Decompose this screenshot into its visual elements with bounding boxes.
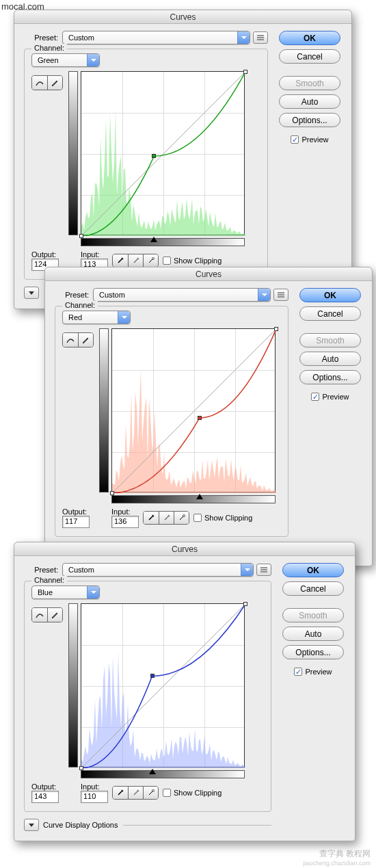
eyedropper-gray-icon[interactable]: [128, 787, 143, 799]
preview-checkbox[interactable]: Preview: [311, 393, 349, 401]
curves-dialog: Curves Preset: Custom Channel: Green: [14, 10, 352, 309]
disclosure-button[interactable]: [24, 819, 39, 831]
curve-point[interactable]: [150, 674, 155, 678]
options-button[interactable]: Options...: [282, 645, 344, 659]
eyedropper-black-icon[interactable]: [113, 254, 128, 267]
eyedropper-black-icon[interactable]: [113, 787, 128, 799]
preset-select[interactable]: Custom: [93, 288, 271, 302]
curve-tools[interactable]: [62, 332, 94, 347]
curve-tool-icon[interactable]: [63, 333, 78, 347]
ok-button[interactable]: OK: [279, 31, 340, 45]
input-marker-icon[interactable]: [149, 769, 156, 774]
smooth-button[interactable]: Smooth: [279, 76, 340, 90]
channel-fieldset: Channel: Blue Output: [24, 581, 271, 812]
curves-graph[interactable]: [81, 71, 245, 235]
auto-button[interactable]: Auto: [279, 94, 340, 109]
output-gradient: [68, 71, 78, 235]
checkbox-icon: [294, 668, 302, 676]
input-marker-icon[interactable]: [150, 237, 157, 242]
curve-tools[interactable]: [31, 607, 63, 622]
eyedropper-group: [143, 511, 189, 525]
watermark-main: 查字典 教程网: [319, 849, 371, 858]
pencil-tool-icon[interactable]: [47, 608, 62, 622]
dialog-title: Curves: [14, 542, 355, 556]
curves-graph[interactable]: [111, 328, 276, 492]
svg-point-4: [152, 258, 154, 260]
preset-options-icon[interactable]: [253, 31, 268, 44]
channel-select[interactable]: Blue: [31, 586, 100, 599]
chevron-down-icon: [87, 54, 99, 66]
divider: [123, 825, 271, 826]
eyedropper-white-icon[interactable]: [143, 254, 158, 267]
ok-button[interactable]: OK: [282, 563, 344, 577]
curve-tool-icon[interactable]: [32, 608, 47, 622]
preview-checkbox[interactable]: Preview: [291, 135, 328, 144]
input-gradient: [81, 770, 245, 778]
output-field[interactable]: 117: [62, 516, 90, 528]
preset-label: Preset:: [55, 291, 89, 299]
watermark-bottom: 查字典 教程网 jiaocheng.chazidian.com: [303, 848, 371, 867]
show-clipping-checkbox[interactable]: Show Clipping: [163, 257, 221, 265]
preset-select[interactable]: Custom: [62, 563, 254, 577]
curve-point[interactable]: [198, 416, 202, 420]
ok-button[interactable]: OK: [299, 288, 361, 302]
channel-label: Channel:: [31, 576, 67, 584]
show-clipping-label: Show Clipping: [174, 789, 221, 797]
preset-label: Preset:: [24, 34, 58, 42]
output-field[interactable]: 143: [31, 791, 59, 803]
preset-options-icon[interactable]: [256, 564, 271, 576]
show-clipping-checkbox[interactable]: Show Clipping: [163, 789, 221, 797]
cancel-button[interactable]: Cancel: [282, 581, 344, 596]
curve-point[interactable]: [243, 70, 247, 74]
channel-select[interactable]: Red: [62, 311, 131, 324]
curve-tool-icon[interactable]: [32, 76, 47, 90]
curve-point[interactable]: [243, 602, 247, 606]
smooth-button[interactable]: Smooth: [299, 333, 361, 347]
channel-select[interactable]: Green: [31, 53, 100, 67]
auto-button[interactable]: Auto: [299, 352, 361, 366]
disclosure-button[interactable]: [24, 287, 39, 299]
preview-checkbox[interactable]: Preview: [294, 668, 332, 676]
preview-label: Preview: [322, 393, 349, 401]
cancel-button[interactable]: Cancel: [299, 306, 361, 321]
chevron-down-icon: [87, 586, 99, 599]
pencil-tool-icon[interactable]: [47, 76, 62, 90]
preset-value: Custom: [99, 291, 125, 299]
eyedropper-gray-icon[interactable]: [128, 254, 143, 267]
triangle-down-icon: [29, 824, 34, 827]
show-clipping-checkbox[interactable]: Show Clipping: [193, 514, 252, 522]
pencil-tool-icon[interactable]: [78, 333, 93, 347]
smooth-button[interactable]: Smooth: [282, 608, 344, 622]
show-clipping-label: Show Clipping: [174, 257, 221, 265]
preset-options-icon[interactable]: [273, 289, 288, 301]
eyedropper-black-icon[interactable]: [144, 512, 159, 524]
chevron-down-icon: [237, 31, 250, 44]
input-field[interactable]: 136: [111, 516, 139, 528]
eyedropper-group: [112, 254, 159, 267]
eyedropper-white-icon[interactable]: [174, 512, 189, 524]
output-label: Output:: [31, 250, 63, 259]
curve-tools[interactable]: [31, 75, 63, 90]
input-gradient: [81, 238, 245, 246]
curve-point[interactable]: [79, 766, 83, 770]
curve-point[interactable]: [110, 491, 114, 495]
curve-point[interactable]: [79, 234, 83, 238]
channel-value: Red: [68, 313, 82, 321]
preset-select[interactable]: Custom: [62, 31, 250, 44]
eyedropper-white-icon[interactable]: [143, 787, 158, 799]
chevron-down-icon: [241, 564, 253, 576]
eyedropper-gray-icon[interactable]: [159, 512, 174, 524]
cancel-button[interactable]: Cancel: [279, 49, 340, 64]
auto-button[interactable]: Auto: [282, 627, 344, 641]
channel-value: Green: [38, 56, 59, 64]
input-field[interactable]: 110: [81, 791, 108, 803]
curve-point[interactable]: [274, 327, 278, 331]
input-marker-icon[interactable]: [196, 494, 203, 499]
options-button[interactable]: Options...: [279, 113, 340, 127]
watermark-sub: jiaocheng.chazidian.com: [303, 860, 371, 867]
options-button[interactable]: Options...: [299, 370, 361, 384]
input-gradient: [111, 495, 276, 503]
curves-dialog: Curves Preset: Custom Channel: Red: [44, 267, 373, 566]
curves-graph[interactable]: [81, 603, 245, 767]
curve-point[interactable]: [152, 154, 156, 158]
